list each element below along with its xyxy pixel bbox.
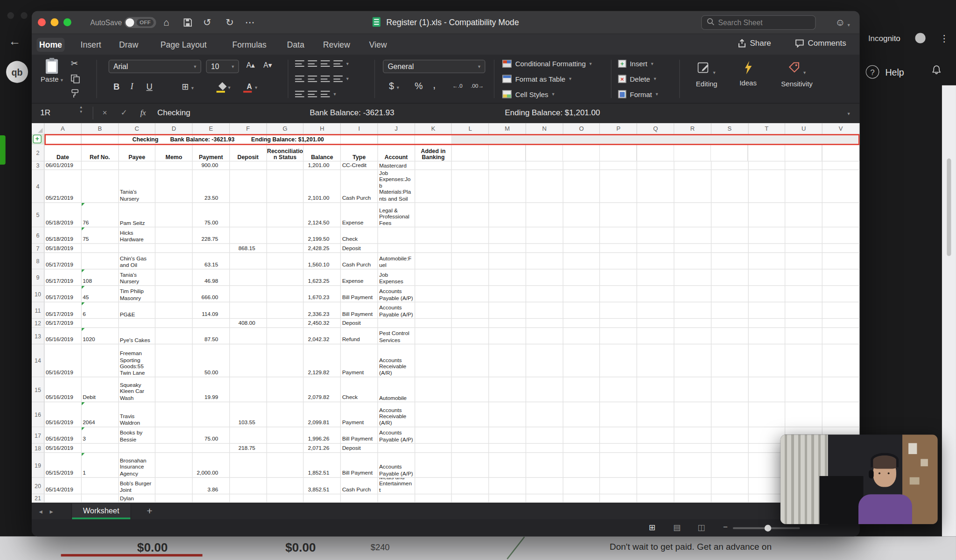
cell-recon-row16[interactable] [267, 402, 304, 427]
header-ref-no[interactable]: Ref No. [82, 145, 119, 162]
font-color-button[interactable]: A ▾ [241, 80, 257, 94]
cell-payment-row19[interactable]: 2,000.00 [193, 453, 230, 478]
cell-empty[interactable] [675, 286, 711, 302]
cell-account-row10[interactable]: Accounts Payable (A/P) [378, 286, 415, 302]
align-right-icon[interactable] [321, 60, 330, 67]
cell-empty[interactable] [452, 302, 489, 319]
avatar[interactable] [915, 33, 925, 43]
cell-empty[interactable] [600, 344, 637, 378]
cell-empty[interactable] [822, 227, 859, 244]
cell-type-row11[interactable]: Bill Payment [341, 302, 378, 319]
cell-empty[interactable] [748, 244, 785, 253]
cell-empty[interactable] [489, 244, 526, 253]
cell-ref-row16[interactable]: 2064 [82, 402, 119, 427]
fill-color-button[interactable]: ▾ [215, 80, 231, 94]
cell-empty[interactable] [526, 444, 563, 453]
font-size-select[interactable]: 10 ▾ [206, 60, 239, 73]
cell-empty[interactable] [822, 253, 859, 269]
cell-empty[interactable] [675, 302, 711, 319]
cell-recon-row8[interactable] [267, 253, 304, 269]
cell-empty[interactable] [786, 377, 822, 402]
cell-empty[interactable] [748, 319, 785, 328]
cell-date-row14[interactable]: 05/16/2019 [44, 344, 81, 378]
cell-balance-row10[interactable]: 1,670.23 [304, 286, 341, 302]
cell-empty[interactable] [822, 377, 859, 402]
cell-balance-row7[interactable]: 2,428.25 [304, 244, 341, 253]
cell-empty[interactable] [600, 302, 637, 319]
number-format-select[interactable]: General ▾ [383, 60, 485, 73]
cell-empty[interactable] [489, 319, 526, 328]
enter-icon[interactable]: ✓ [121, 108, 127, 117]
paste-button[interactable]: Paste ▾ [38, 57, 66, 83]
cell-payee-row3[interactable] [119, 161, 155, 170]
cell-empty[interactable] [452, 402, 489, 427]
column-header-N[interactable]: N [526, 123, 563, 135]
cell-added-row13[interactable] [415, 328, 452, 344]
bold-button[interactable]: B [113, 82, 120, 91]
cell-empty[interactable] [489, 328, 526, 344]
column-header-V[interactable]: V [822, 123, 859, 135]
cell-empty[interactable] [637, 161, 674, 170]
cell-empty[interactable] [675, 444, 711, 453]
next-sheet-icon[interactable]: ▸ [49, 507, 53, 515]
browser-menu-icon[interactable]: ⋮ [940, 33, 949, 44]
column-header-L[interactable]: L [452, 123, 489, 135]
cell-empty[interactable] [711, 427, 748, 444]
cell-deposit-row8[interactable] [230, 253, 267, 269]
cell-memo-row10[interactable] [155, 286, 192, 302]
cell-payee-row8[interactable]: Chin's Gas and Oil [119, 253, 155, 269]
cell-empty[interactable] [489, 203, 526, 227]
cell-date-row11[interactable]: 05/17/2019 [44, 302, 81, 319]
column-header-G[interactable]: G [267, 123, 304, 135]
cell-empty[interactable] [675, 161, 711, 170]
cell-empty[interactable] [675, 402, 711, 427]
cell-empty[interactable] [748, 427, 785, 444]
cell-empty[interactable] [526, 203, 563, 227]
cell-account-row21[interactable] [378, 494, 415, 503]
cell-empty[interactable] [637, 377, 674, 402]
cell-empty[interactable] [600, 286, 637, 302]
cell-empty[interactable] [452, 478, 489, 494]
page-layout-view-icon[interactable]: ▤ [673, 523, 681, 532]
cell-account-row3[interactable]: Mastercard [378, 161, 415, 170]
cell-empty[interactable] [637, 478, 674, 494]
cell-recon-row10[interactable] [267, 286, 304, 302]
grow-font-button[interactable]: A▴ [246, 61, 255, 70]
cell-empty[interactable] [675, 269, 711, 286]
italic-button[interactable]: I [131, 82, 134, 91]
cell-account-row5[interactable]: Legal & Professional Fees [378, 203, 415, 227]
cell-ref-row5[interactable]: 76 [82, 203, 119, 227]
cell-empty[interactable] [748, 377, 785, 402]
cell-empty[interactable] [489, 453, 526, 478]
row-number-7[interactable]: 7 [32, 244, 44, 253]
cell-type-row14[interactable]: Payment [341, 344, 378, 378]
cell-deposit-row15[interactable] [230, 377, 267, 402]
cell-empty[interactable] [526, 286, 563, 302]
cell-account-row15[interactable]: Automobile [378, 377, 415, 402]
cell-balance-row8[interactable]: 1,560.10 [304, 253, 341, 269]
cell-empty[interactable] [675, 494, 711, 503]
cell-recon-row9[interactable] [267, 269, 304, 286]
cell-empty[interactable] [822, 402, 859, 427]
zoom-out-icon[interactable]: − [723, 522, 728, 532]
cell-ref-row9[interactable]: 108 [82, 269, 119, 286]
cell-deposit-row4[interactable] [230, 170, 267, 203]
cell-empty[interactable] [637, 402, 674, 427]
cell-date-row18[interactable]: 05/16/2019 [44, 444, 81, 453]
cell-date-row20[interactable]: 05/14/2019 [44, 478, 81, 494]
format-as-table-button[interactable]: Format as Table ▾ [502, 75, 571, 83]
cell-empty[interactable] [748, 227, 785, 244]
cell-empty[interactable] [452, 253, 489, 269]
notifications-bell-icon[interactable] [932, 64, 942, 77]
cell-date-row12[interactable]: 05/17/2019 [44, 319, 81, 328]
cell-payment-row16[interactable] [193, 402, 230, 427]
cell-ref-row13[interactable]: 1020 [82, 328, 119, 344]
cell-deposit-row18[interactable]: 218.75 [230, 444, 267, 453]
cell-empty[interactable] [711, 269, 748, 286]
row-number-10[interactable]: 10 [32, 286, 44, 302]
cell-date-row5[interactable]: 05/18/2019 [44, 203, 81, 227]
column-header-I[interactable]: I [341, 123, 378, 135]
row-number-5[interactable]: 5 [32, 203, 44, 227]
browser-back-icon[interactable]: ← [8, 34, 21, 48]
cell-type-row18[interactable]: Deposit [341, 444, 378, 453]
